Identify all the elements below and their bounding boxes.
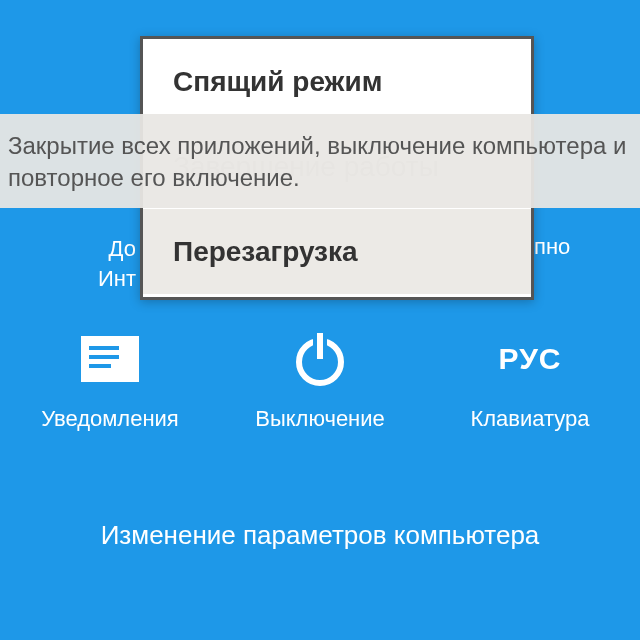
svg-rect-7 xyxy=(317,333,323,359)
notifications-icon xyxy=(81,326,139,392)
svg-rect-2 xyxy=(89,355,119,359)
charm-keyboard[interactable]: РУС Клавиатура xyxy=(444,326,616,432)
bg-right-text: пно xyxy=(534,234,570,259)
tooltip-text: Закрытие всех приложений, выключение ком… xyxy=(8,132,626,191)
svg-rect-1 xyxy=(89,346,119,350)
charm-notifications[interactable]: Уведомления xyxy=(24,326,196,432)
charm-notifications-label: Уведомления xyxy=(41,406,179,432)
power-menu-sleep-label: Спящий режим xyxy=(173,66,382,98)
charm-power[interactable]: Выключение xyxy=(234,326,406,432)
charm-keyboard-label: Клавиатура xyxy=(470,406,589,432)
tooltip-overlay: Закрытие всех приложений, выключение ком… xyxy=(0,114,640,208)
background-text-left: До Инт xyxy=(86,234,136,293)
power-menu-restart-label: Перезагрузка xyxy=(173,236,358,268)
keyboard-icon: РУС xyxy=(499,326,562,392)
power-menu-restart[interactable]: Перезагрузка xyxy=(143,209,531,294)
bg-left-line1: До xyxy=(109,236,136,261)
charms-row: Уведомления Выключение РУС Клавиатура xyxy=(0,326,640,432)
svg-rect-3 xyxy=(89,364,111,368)
bg-left-line2: Инт xyxy=(98,266,136,291)
background-text-right: пно xyxy=(534,234,570,260)
keyboard-language-badge: РУС xyxy=(499,342,562,376)
power-menu-sleep[interactable]: Спящий режим xyxy=(143,39,531,124)
power-icon xyxy=(291,326,349,392)
change-pc-settings-label: Изменение параметров компьютера xyxy=(101,520,540,550)
charm-power-label: Выключение xyxy=(255,406,385,432)
change-pc-settings-link[interactable]: Изменение параметров компьютера xyxy=(0,520,640,551)
